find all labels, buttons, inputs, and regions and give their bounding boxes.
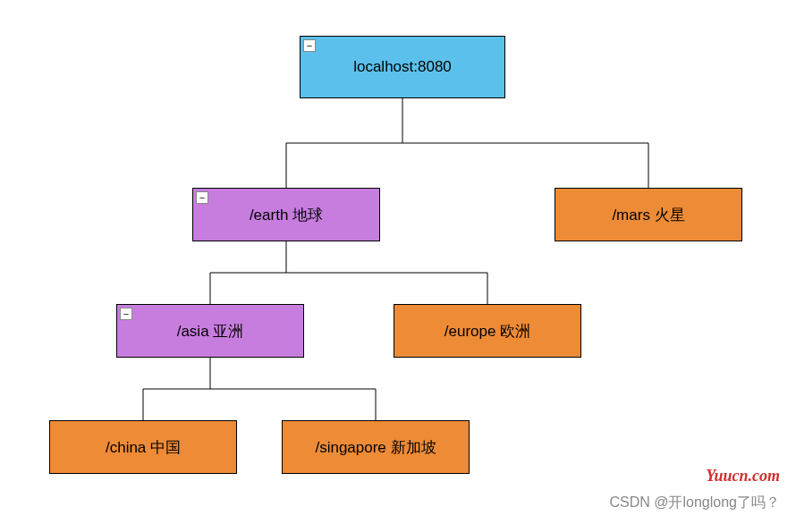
node-label: /europe 欧洲 [445,321,530,342]
node-label: /china 中国 [106,437,181,458]
node-label: /mars 火星 [612,205,684,225]
node-asia[interactable]: − /asia 亚洲 [116,304,304,358]
node-label: /asia 亚洲 [177,321,244,342]
node-label: localhost:8080 [353,58,452,76]
collapse-icon[interactable]: − [196,191,208,204]
collapse-icon[interactable]: − [120,308,132,320]
node-china[interactable]: /china 中国 [49,420,237,474]
collapse-icon[interactable]: − [303,39,316,52]
node-label: /singapore 新加坡 [315,437,436,458]
node-europe[interactable]: /europe 欧洲 [394,304,581,358]
watermark-credit: CSDN @开longlong了吗？ [609,494,780,512]
node-singapore[interactable]: /singapore 新加坡 [282,420,470,474]
node-mars[interactable]: /mars 火星 [555,188,742,241]
watermark-site: Yuucn.com [706,467,780,486]
node-earth[interactable]: − /earth 地球 [192,188,380,241]
node-root[interactable]: − localhost:8080 [300,36,505,98]
node-label: /earth 地球 [250,205,323,225]
